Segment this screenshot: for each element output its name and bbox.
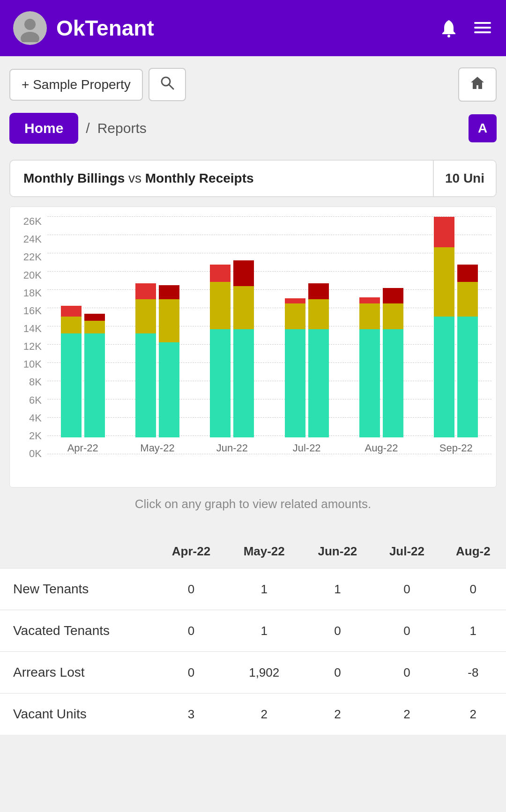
row-value: 2	[302, 694, 374, 735]
property-selector[interactable]: + Sample Property	[9, 69, 143, 101]
chart-section: Monthly Billings vs Monthly Receipts 10 …	[0, 155, 506, 530]
col-may22: May-22	[227, 535, 302, 568]
home-breadcrumb[interactable]: Home	[9, 113, 78, 144]
month-label: Jul-22	[293, 442, 321, 454]
row-value: 0	[302, 652, 374, 694]
row-value: 2	[440, 694, 506, 735]
svg-rect-4	[474, 27, 491, 29]
y-axis: 0K 2K 4K 6K 8K 10K 12K 14K 16K 18K 20K 2…	[10, 216, 46, 459]
month-label: May-22	[140, 442, 174, 454]
row-value: 0	[373, 568, 440, 610]
receipt-bar[interactable]	[383, 288, 403, 437]
row-value: 0	[156, 652, 227, 694]
month-group: May-22	[122, 216, 193, 454]
row-value: 3	[156, 694, 227, 735]
billing-bar[interactable]	[285, 298, 305, 437]
row-value: 2	[373, 694, 440, 735]
table-row: Arrears Lost01,90200-8	[0, 652, 506, 694]
row-value: 1	[302, 568, 374, 610]
month-label: Sep-22	[439, 442, 473, 454]
billing-bar[interactable]	[359, 297, 380, 437]
row-value: 0	[373, 610, 440, 652]
bar-chart: 0K 2K 4K 6K 8K 10K 12K 14K 16K 18K 20K 2…	[9, 207, 497, 487]
row-value: 0	[440, 568, 506, 610]
breadcrumb: Home / Reports A	[0, 113, 506, 155]
row-value: 0	[373, 652, 440, 694]
row-value: 1,902	[227, 652, 302, 694]
menu-button[interactable]	[472, 17, 493, 39]
row-value: 0	[156, 568, 227, 610]
month-label: Aug-22	[365, 442, 398, 454]
billing-bar[interactable]	[210, 265, 231, 437]
svg-line-7	[169, 84, 173, 89]
breadcrumb-separator: /	[86, 120, 89, 136]
bar-pair	[346, 288, 417, 437]
month-label: Jun-22	[216, 442, 248, 454]
chart-units: 10 Uni	[433, 161, 496, 196]
receipt-bar[interactable]	[308, 283, 329, 437]
col-label	[0, 535, 156, 568]
row-value: 1	[227, 568, 302, 610]
row-value: 1	[440, 610, 506, 652]
svg-point-2	[447, 35, 450, 37]
month-group: Jul-22	[271, 216, 342, 454]
row-label: New Tenants	[0, 568, 156, 610]
month-label: Apr-22	[67, 442, 98, 454]
col-aug2: Aug-2	[440, 535, 506, 568]
row-label: Arrears Lost	[0, 652, 156, 694]
avatar	[13, 11, 47, 45]
header-actions	[439, 17, 493, 39]
svg-rect-3	[474, 22, 491, 24]
breadcrumb-current: Reports	[97, 120, 461, 136]
home-icon-button[interactable]	[458, 67, 497, 102]
col-apr22: Apr-22	[156, 535, 227, 568]
table-section: Apr-22 May-22 Jun-22 Jul-22 Aug-2 New Te…	[0, 530, 506, 735]
notification-button[interactable]	[439, 17, 459, 39]
billing-bar[interactable]	[135, 283, 156, 437]
row-value: 0	[302, 610, 374, 652]
receipt-bar[interactable]	[84, 314, 105, 437]
billing-bar[interactable]	[434, 217, 454, 437]
month-group: Aug-22	[346, 216, 417, 454]
receipt-bar[interactable]	[233, 260, 254, 437]
search-area: + Sample Property	[0, 56, 506, 113]
bar-pair	[122, 283, 193, 437]
bar-pair	[271, 283, 342, 437]
table-header-row: Apr-22 May-22 Jun-22 Jul-22 Aug-2	[0, 535, 506, 568]
table-row: New Tenants01100	[0, 568, 506, 610]
row-label: Vacant Units	[0, 694, 156, 735]
month-group: Jun-22	[197, 216, 268, 454]
summary-table: Apr-22 May-22 Jun-22 Jul-22 Aug-2 New Te…	[0, 535, 506, 735]
chart-title: Monthly Billings vs Monthly Receipts	[10, 161, 433, 196]
row-label: Vacated Tenants	[0, 610, 156, 652]
row-value: 2	[227, 694, 302, 735]
billing-bar[interactable]	[61, 306, 82, 437]
row-value: 1	[227, 610, 302, 652]
row-value: -8	[440, 652, 506, 694]
app-title: OkTenant	[56, 15, 439, 41]
table-row: Vacated Tenants01001	[0, 610, 506, 652]
chart-hint: Click on any graph to view related amoun…	[9, 487, 497, 516]
svg-point-1	[21, 32, 39, 42]
bar-pair	[47, 306, 118, 437]
chart-plot: Apr-22May-22Jun-22Jul-22Aug-22Sep-22	[47, 216, 491, 454]
month-group: Apr-22	[47, 216, 118, 454]
table-row: Vacant Units32222	[0, 694, 506, 735]
chart-header: Monthly Billings vs Monthly Receipts 10 …	[9, 160, 497, 197]
search-button[interactable]	[149, 68, 186, 101]
receipt-bar[interactable]	[457, 265, 478, 437]
row-value: 0	[156, 610, 227, 652]
receipt-bar[interactable]	[159, 285, 179, 437]
bar-pair	[197, 260, 268, 437]
app-header: OkTenant	[0, 0, 506, 56]
col-jun22: Jun-22	[302, 535, 374, 568]
user-avatar-badge[interactable]: A	[469, 114, 497, 142]
col-jul22: Jul-22	[373, 535, 440, 568]
month-group: Sep-22	[421, 216, 491, 454]
svg-point-0	[24, 19, 36, 30]
svg-rect-5	[474, 31, 491, 33]
bar-pair	[421, 217, 491, 437]
